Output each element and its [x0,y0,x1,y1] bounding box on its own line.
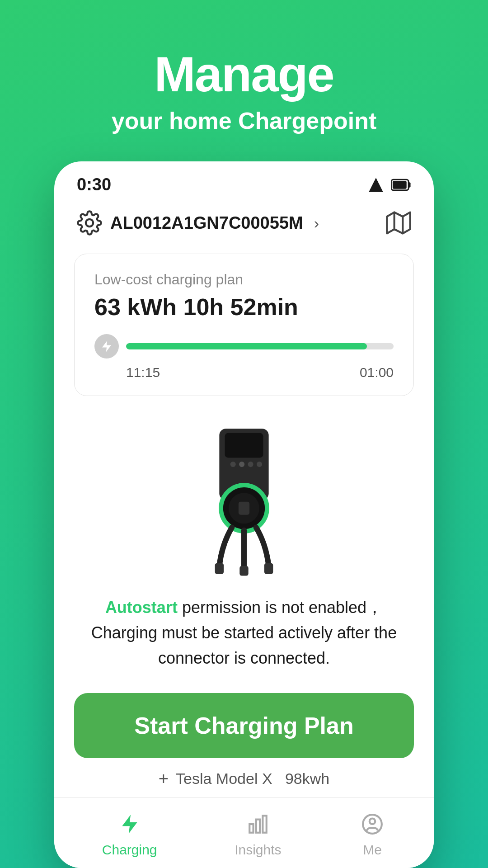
device-info[interactable]: AL0012A1GN7C00055M › [77,210,319,236]
autostart-message: Autostart permission is not enabled，Char… [54,586,434,684]
tab-me[interactable]: Me [359,811,386,858]
start-charging-button-label: Start Charging Plan [134,712,353,739]
insights-tab-icon [244,811,272,838]
header-subtitle: your home Chargepoint [112,107,376,134]
status-time: 0:30 [77,175,111,194]
svg-point-26 [370,819,375,825]
svg-point-13 [248,462,253,467]
vehicle-name: Tesla Model X 98kwh [176,770,329,788]
svg-marker-8 [102,341,111,352]
vehicle-info[interactable]: + Tesla Model X 98kwh [54,769,434,788]
me-tab-icon [359,811,386,838]
charger-image-container [54,410,434,586]
svg-rect-3 [393,181,407,189]
tab-insights[interactable]: Insights [235,811,281,858]
charger-image [181,423,307,577]
header: Manage your home Chargepoint [0,0,488,161]
time-start: 11:15 [126,365,160,380]
svg-rect-24 [263,816,266,833]
svg-point-12 [239,462,244,467]
time-end: 01:00 [360,365,394,380]
charging-tab-label: Charging [102,842,157,858]
svg-rect-18 [215,563,224,574]
lightning-circle-icon [94,334,119,359]
progress-bar-track [126,343,394,349]
battery-icon [391,176,411,193]
svg-marker-21 [122,815,137,834]
svg-point-14 [257,462,262,467]
status-bar: 0:30 [54,161,434,201]
chevron-right-icon: › [314,214,319,232]
signal-icon [367,176,385,193]
svg-rect-22 [249,824,253,833]
gear-icon[interactable] [77,210,102,236]
svg-rect-23 [256,820,260,833]
phone-mockup: 0:30 AL0012A1GN7C00055M › [54,161,434,868]
insights-tab-label: Insights [235,842,281,858]
charging-plan-card: Low-cost charging plan 63 kWh 10h 52min … [74,254,414,396]
tab-bar: Charging Insights Me [54,797,434,868]
progress-container [94,334,394,359]
tab-charging[interactable]: Charging [102,811,157,858]
energy-time: 10h 52min [183,294,298,320]
svg-rect-19 [239,566,248,576]
top-nav: AL0012A1GN7C00055M › [54,201,434,249]
charging-tab-icon [116,811,143,838]
autostart-keyword: Autostart [105,598,178,617]
start-charging-button[interactable]: Start Charging Plan [74,693,414,758]
progress-bar-fill [126,343,367,349]
map-icon[interactable] [386,210,411,236]
progress-times: 11:15 01:00 [126,365,394,380]
svg-rect-17 [239,502,249,515]
svg-point-4 [86,219,93,226]
svg-point-11 [230,462,236,467]
svg-marker-0 [369,178,383,192]
svg-rect-20 [264,563,273,574]
svg-rect-2 [408,182,410,188]
plan-label: Low-cost charging plan [94,271,394,288]
plan-energy: 63 kWh 10h 52min [94,293,394,321]
energy-value: 63 kWh [94,294,177,320]
svg-marker-5 [387,212,410,234]
me-tab-label: Me [363,842,382,858]
status-icons [367,176,411,193]
svg-rect-10 [225,433,263,458]
header-title: Manage [154,45,334,103]
add-vehicle-icon: + [159,769,169,788]
device-id: AL0012A1GN7C00055M [110,213,303,233]
